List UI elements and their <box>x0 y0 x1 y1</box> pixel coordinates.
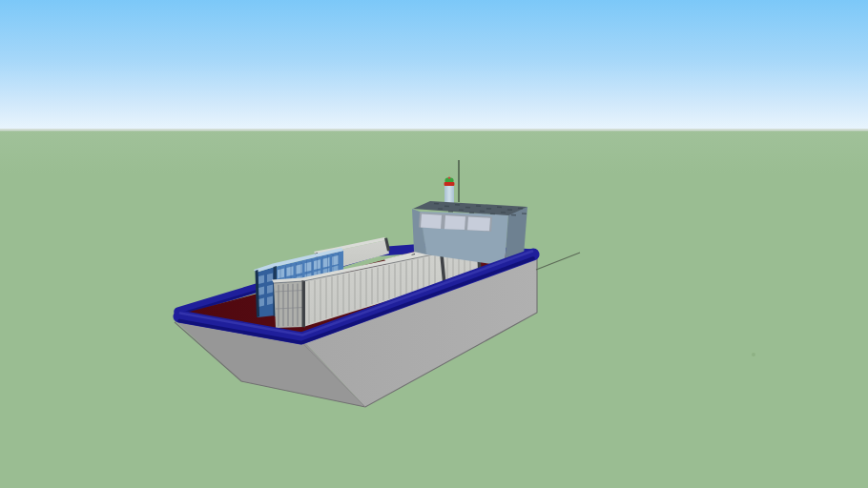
blue-panel <box>305 262 312 273</box>
funnel-red-band <box>444 182 455 186</box>
window-pane <box>421 214 442 230</box>
scene-canvas[interactable] <box>0 0 868 488</box>
blue-panel <box>267 285 273 295</box>
blue-panel <box>267 274 273 283</box>
blue-panel <box>323 257 330 268</box>
container-corner-post <box>302 280 306 328</box>
window-pane <box>467 216 490 231</box>
horizon-line <box>0 129 868 131</box>
blue-panel <box>287 266 294 276</box>
blue-panel <box>278 269 284 279</box>
ground-guide-point <box>752 353 755 356</box>
sky <box>0 0 868 131</box>
blue-panel <box>258 275 264 285</box>
blue-panel <box>258 287 264 296</box>
funnel-body <box>444 185 454 203</box>
viewport-3d[interactable] <box>0 0 868 488</box>
blue-panel <box>267 296 273 306</box>
blue-panel <box>258 298 264 308</box>
window-pane <box>444 215 465 230</box>
funnel <box>444 176 455 203</box>
funnel-tip-light <box>448 176 450 178</box>
